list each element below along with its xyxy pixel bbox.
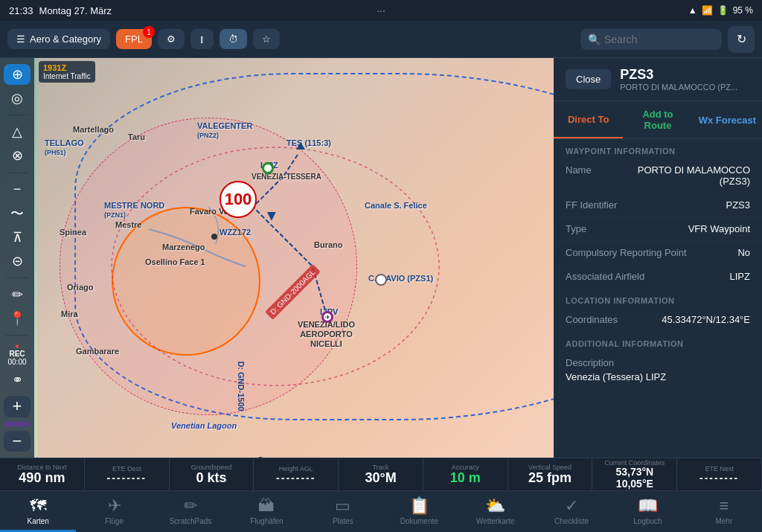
- close-button[interactable]: Close: [566, 69, 611, 89]
- sidebar-circle-minus[interactable]: ⊝: [4, 251, 31, 272]
- add-to-route-button[interactable]: Add to Route: [623, 101, 692, 138]
- settings-button[interactable]: ⚙: [158, 29, 185, 49]
- right-panel: Close PZS3 PORTO DI MALAMOCCO (PZ... Dir…: [554, 58, 762, 458]
- logbuch-icon: 📖: [638, 496, 658, 516]
- name-row: Name PORTO DI MALAMOCCO (PZS3): [554, 158, 762, 193]
- map-label-venezia-tessera: VENEZIA-TESSERA: [252, 173, 321, 181]
- map-label-marzenego: Marzenego: [162, 243, 205, 251]
- nav-label-mehr: Mehr: [715, 517, 732, 525]
- ff-id-row: FF Identifier PZS3: [554, 193, 762, 217]
- lipz-symbol[interactable]: [262, 162, 274, 174]
- battery-icon: 🔋: [717, 5, 729, 16]
- zoom-out-button[interactable]: −: [4, 431, 31, 452]
- nav-label-karten: Karten: [27, 517, 48, 525]
- map-label-venetian: Venetian Lagoon: [171, 421, 237, 430]
- airspace-label-gnd1500: D: GND-1500: [237, 361, 246, 411]
- map-label-tellago: TELLAGO(PH51): [45, 138, 84, 156]
- rec-button[interactable]: ● REC 00:00: [4, 342, 31, 366]
- mehr-icon: ≡: [719, 496, 729, 516]
- speed-limit-label: 100: [220, 181, 257, 218]
- fpl-button[interactable]: FPL 1: [116, 29, 152, 49]
- divider-4: [6, 335, 28, 336]
- stat-ete-next: ETE Next --------: [677, 458, 762, 490]
- fpl-badge: 1: [143, 26, 155, 38]
- map-label-osellino: Osellino Face 1: [145, 257, 205, 266]
- casavio-symbol[interactable]: [375, 274, 387, 286]
- sidebar-pencil[interactable]: ✏: [4, 284, 31, 305]
- panel-actions: Direct To Add to Route Wx Forecast: [554, 101, 762, 139]
- nav-item-scratchpads[interactable]: ✏ ScratchPads: [153, 491, 228, 532]
- sidebar-route[interactable]: ⊗: [4, 145, 31, 166]
- wzz-waypoint: [211, 234, 217, 240]
- status-date: Montag 27. März: [39, 5, 112, 16]
- divider-1: [6, 115, 28, 115]
- battery-level: 95 %: [733, 5, 753, 16]
- stat-track: Track 30°M: [339, 458, 423, 490]
- sidebar-wavy[interactable]: 〜: [4, 203, 31, 224]
- nav-item-karten[interactable]: 🗺 Karten: [0, 491, 76, 532]
- nav-label-plates: Plates: [333, 517, 353, 525]
- sidebar-compass[interactable]: ◎: [4, 88, 31, 109]
- wifi-icon: 📶: [702, 5, 713, 16]
- toolbar: ☰ Aero & Category FPL 1 ⚙ ⫿ ⏱ ☆ 🔍 ↻: [0, 21, 762, 58]
- stat-ete-dest: ETE Dest --------: [85, 458, 170, 490]
- wetterkarte-icon: ⛅: [485, 496, 505, 516]
- map-label-mestre-nord: MESTRE NORD(PZN1): [104, 201, 164, 219]
- nav-item-plates[interactable]: ▭ Plates: [305, 491, 381, 532]
- flughaefen-icon: 🏔: [258, 496, 275, 516]
- nav-label-dokumente: Dokumente: [400, 517, 438, 525]
- nav-label-wetterkarte: Wetterkarte: [476, 517, 515, 525]
- nav-item-wetterkarte[interactable]: ⛅ Wetterkarte: [457, 491, 533, 532]
- checkliste-icon: ✓: [565, 496, 578, 516]
- star-button[interactable]: ☆: [253, 29, 280, 49]
- sidebar-pin[interactable]: 📍: [4, 308, 31, 329]
- stat-accuracy: Accuracy 10 m: [423, 458, 508, 490]
- layers-button[interactable]: ☰ Aero & Category: [7, 29, 110, 49]
- lipv-symbol[interactable]: ✈: [321, 311, 333, 323]
- sidebar-shield[interactable]: ⊼: [4, 227, 31, 248]
- menu-button[interactable]: ⫿: [190, 29, 214, 49]
- nav-item-checkliste[interactable]: ✓ Checkliste: [534, 491, 609, 532]
- scratchpads-icon: ✏: [184, 496, 197, 516]
- info-box: 1931Z Internet Traffic: [39, 61, 95, 83]
- sidebar-minus-route[interactable]: −: [4, 179, 31, 199]
- wx-forecast-button[interactable]: Wx Forecast: [693, 101, 762, 138]
- nav-label-scratchpads: ScratchPads: [170, 517, 212, 525]
- clock-button[interactable]: ⏱: [220, 29, 247, 49]
- search-area: 🔍 ↻: [580, 26, 755, 53]
- stat-vs: Vertical Speed 25 fpm: [508, 458, 593, 490]
- stat-distance: Distance to Next 490 nm: [0, 458, 85, 490]
- nav-label-logbuch: Logbuch: [633, 517, 662, 525]
- search-input[interactable]: [580, 29, 722, 50]
- search-icon: 🔍: [588, 33, 601, 45]
- additional-section-header: ADDITIONAL INFORMATION: [554, 332, 762, 351]
- map-label-taru: Taru: [128, 132, 145, 141]
- map-label-valegenter: VALEGENTER(PNZ2): [197, 121, 252, 139]
- nav-item-fluege[interactable]: ✈ Flüge: [76, 491, 152, 532]
- stat-height: Height AGL --------: [254, 458, 339, 490]
- bottom-bar: Distance to Next 490 nm ETE Dest -------…: [0, 458, 762, 490]
- stat-groundspeed: Groundspeed 0 kts: [170, 458, 254, 490]
- map-label-martellago: Martellago: [73, 125, 114, 134]
- zoom-in-button[interactable]: +: [4, 396, 31, 417]
- refresh-button[interactable]: ↻: [728, 26, 755, 53]
- direct-to-button[interactable]: Direct To: [554, 101, 623, 138]
- sidebar-connect[interactable]: ⚭: [4, 369, 31, 390]
- sidebar-triangle[interactable]: △: [4, 121, 31, 142]
- zoom-slider[interactable]: [4, 422, 31, 426]
- tes-waypoint: [296, 142, 305, 150]
- divider-2: [6, 173, 28, 173]
- aircraft-icon: ▲: [264, 208, 279, 225]
- panel-title: PZS3 PORTO DI MALAMOCCO (PZ...: [620, 67, 737, 92]
- nav-item-mehr[interactable]: ≡ Mehr: [686, 491, 762, 532]
- nav-item-dokumente[interactable]: 📋 Dokumente: [381, 491, 457, 532]
- layers-icon: ☰: [16, 33, 25, 45]
- sidebar-location[interactable]: ⊕: [4, 64, 31, 85]
- nav-item-flughaefen[interactable]: 🏔 Flughäfen: [228, 491, 304, 532]
- stat-coords: Current Coordinates 53,73°N 10,05°E: [592, 458, 677, 490]
- bottom-nav: 🗺 Karten ✈ Flüge ✏ ScratchPads 🏔 Flughäf…: [0, 490, 762, 532]
- nav-item-logbuch[interactable]: 📖 Logbuch: [609, 491, 685, 532]
- karten-icon: 🗺: [30, 496, 46, 516]
- divider-3: [6, 278, 28, 278]
- panel-header: Close PZS3 PORTO DI MALAMOCCO (PZ...: [554, 58, 762, 101]
